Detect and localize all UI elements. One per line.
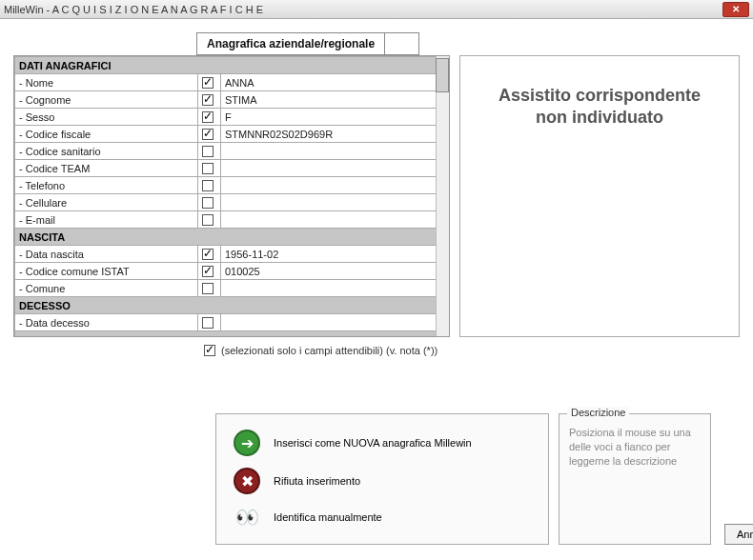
chk-datadec[interactable] xyxy=(202,317,214,329)
action-insert-label: Inserisci come NUOVA anagrafica Millewin xyxy=(274,437,472,449)
note-label: (selezionati solo i campi attendibili) (… xyxy=(221,345,438,356)
fields-panel: DATI ANAGRAFICI - NomeANNA - CognomeSTIM… xyxy=(13,55,450,356)
value-datanasc[interactable]: 1956-11-02 xyxy=(221,246,449,263)
label-datanasc: - Data nascita xyxy=(15,246,198,263)
row-sesso: - SessoF xyxy=(15,109,449,126)
chk-istat[interactable] xyxy=(202,266,214,277)
value-nome[interactable]: ANNA xyxy=(221,74,449,91)
action-manual[interactable]: 👀 Identifica manualmente xyxy=(234,500,531,534)
label-istat: - Codice comune ISTAT xyxy=(15,263,198,280)
window-body: Anagrafica aziendale/regionale DATI ANAG… xyxy=(0,19,753,560)
scrollbar[interactable] xyxy=(436,56,449,336)
arrow-right-icon: ➔ xyxy=(234,430,260,456)
action-reject[interactable]: ✖ Rifiuta inserimento xyxy=(234,462,531,500)
row-istat: - Codice comune ISTAT010025 xyxy=(15,263,449,280)
binoculars-icon: 👀 xyxy=(234,506,260,529)
action-manual-label: Identifica manualmente xyxy=(274,511,382,523)
chk-codsan[interactable] xyxy=(202,146,214,157)
window-title: MilleWin - A C Q U I S I Z I O N E A N A… xyxy=(4,4,263,15)
chk-datanasc[interactable] xyxy=(202,249,214,260)
label-datadec: - Data decesso xyxy=(15,314,198,331)
value-istat[interactable]: 010025 xyxy=(221,263,449,280)
close-icon: ✕ xyxy=(732,4,740,14)
label-comune: - Comune xyxy=(15,280,198,297)
row-telefono: - Telefono xyxy=(15,177,449,194)
right-line2: non individuato xyxy=(536,108,663,127)
row-nome: - NomeANNA xyxy=(15,74,449,91)
tab-anagrafica[interactable]: Anagrafica aziendale/regionale xyxy=(196,32,385,55)
actions-row: ➔ Inserisci come NUOVA anagrafica Millew… xyxy=(215,413,753,545)
row-cognome: - CognomeSTIMA xyxy=(15,91,449,109)
value-email[interactable] xyxy=(221,211,449,229)
row-email: - E-mail xyxy=(15,211,449,229)
chk-email[interactable] xyxy=(202,214,214,226)
section-dati: DATI ANAGRAFICI xyxy=(15,57,449,74)
label-cognome: - Cognome xyxy=(15,91,198,109)
row-datanasc: - Data nascita1956-11-02 xyxy=(15,246,449,263)
chk-note[interactable] xyxy=(204,345,215,356)
chk-nome[interactable] xyxy=(202,77,214,89)
row-codteam: - Codice TEAM xyxy=(15,160,449,177)
right-message: Assistito corrispondente non individuato xyxy=(499,85,701,130)
section-decesso: DECESSO xyxy=(15,297,449,314)
chk-cognome[interactable] xyxy=(202,94,214,106)
chk-cellulare[interactable] xyxy=(202,197,214,209)
app-window: MilleWin - A C Q U I S I Z I O N E A N A… xyxy=(0,0,753,560)
cancel-button[interactable]: Annulla xyxy=(724,524,753,545)
label-codsan: - Codice sanitario xyxy=(15,143,198,160)
chk-codteam[interactable] xyxy=(202,163,214,174)
value-cellulare[interactable] xyxy=(221,194,449,211)
label-nome: - Nome xyxy=(15,74,198,91)
label-email: - E-mail xyxy=(15,211,198,229)
description-box: Descrizione Posiziona il mouse su una de… xyxy=(559,413,711,545)
tab-extra[interactable] xyxy=(385,32,419,55)
row-codsan: - Codice sanitario xyxy=(15,143,449,160)
description-title: Descrizione xyxy=(567,407,629,418)
label-cellulare: - Cellulare xyxy=(15,194,198,211)
action-reject-label: Rifiuta inserimento xyxy=(274,475,360,487)
row-comune: - Comune xyxy=(15,280,449,297)
titlebar: MilleWin - A C Q U I S I Z I O N E A N A… xyxy=(0,0,753,19)
note-row: (selezionati solo i campi attendibili) (… xyxy=(204,345,450,356)
close-button[interactable]: ✕ xyxy=(722,2,749,17)
value-codsan[interactable] xyxy=(221,143,449,160)
section-scelta: SCELTA E REVOCA xyxy=(15,331,449,338)
value-datadec[interactable] xyxy=(221,314,449,331)
header-tabs: Anagrafica aziendale/regionale xyxy=(196,32,740,55)
action-insert[interactable]: ➔ Inserisci come NUOVA anagrafica Millew… xyxy=(234,424,531,462)
row-codfisc: - Codice fiscaleSTMNNR02S02D969R xyxy=(15,126,449,143)
scrollbar-thumb[interactable] xyxy=(436,58,449,92)
value-telefono[interactable] xyxy=(221,177,449,194)
actions-box: ➔ Inserisci come NUOVA anagrafica Millew… xyxy=(215,413,549,545)
value-sesso[interactable]: F xyxy=(221,109,449,126)
description-text: Posiziona il mouse su una delle voci a f… xyxy=(569,426,701,469)
value-cognome[interactable]: STIMA xyxy=(221,91,449,109)
chk-sesso[interactable] xyxy=(202,111,214,123)
label-codteam: - Codice TEAM xyxy=(15,160,198,177)
chk-comune[interactable] xyxy=(202,283,214,294)
row-datadec: - Data decesso xyxy=(15,314,449,331)
right-panel: Assistito corrispondente non individuato xyxy=(459,55,740,337)
fields-table: DATI ANAGRAFICI - NomeANNA - CognomeSTIM… xyxy=(14,56,449,337)
x-circle-icon: ✖ xyxy=(234,468,260,494)
chk-codfisc[interactable] xyxy=(202,129,214,140)
value-comune[interactable] xyxy=(221,280,449,297)
label-codfisc: - Codice fiscale xyxy=(15,126,198,143)
value-codfisc[interactable]: STMNNR02S02D969R xyxy=(221,126,449,143)
right-line1: Assistito corrispondente xyxy=(499,86,701,105)
label-telefono: - Telefono xyxy=(15,177,198,194)
value-codteam[interactable] xyxy=(221,160,449,177)
label-sesso: - Sesso xyxy=(15,109,198,126)
row-cellulare: - Cellulare xyxy=(15,194,449,211)
chk-telefono[interactable] xyxy=(202,180,214,191)
section-nascita: NASCITA xyxy=(15,229,449,246)
